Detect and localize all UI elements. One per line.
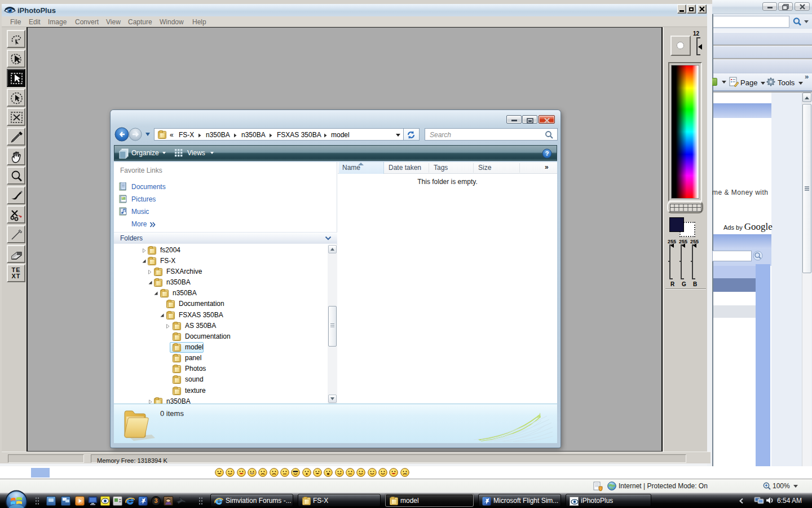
svg-text:?: ? <box>545 150 549 157</box>
